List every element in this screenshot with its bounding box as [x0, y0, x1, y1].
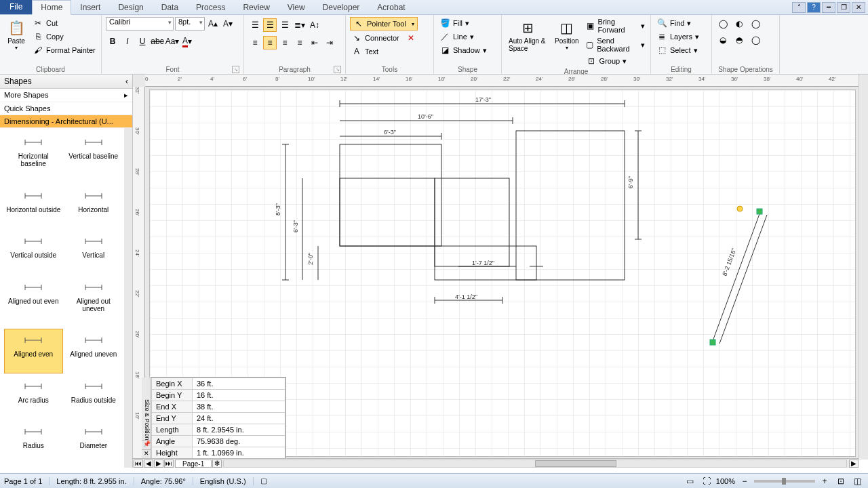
pointer-tool-button[interactable]: ↖Pointer Tool▾ — [350, 17, 418, 30]
stencil-dimensioning-item[interactable]: Dimensioning - Architectural (U... — [0, 115, 132, 128]
connector-tool-button[interactable]: ↘Connector✕ — [350, 32, 418, 44]
bullets-button[interactable]: ≣▾ — [293, 18, 307, 32]
send-backward-button[interactable]: ▢Send Backward ▾ — [585, 36, 646, 54]
fill-button[interactable]: 🪣Fill ▾ — [438, 17, 488, 29]
shrink-font-button[interactable]: A▾ — [221, 17, 235, 30]
sizepos-value[interactable]: 1 ft. 1.0969 in. — [193, 447, 285, 459]
sizepos-value[interactable]: 8 ft. 2.9545 in. — [193, 424, 285, 436]
font-dialog-icon[interactable]: ↘ — [232, 66, 239, 73]
decrease-indent-button[interactable]: ⇤ — [308, 36, 321, 49]
stencil-shape-diameter[interactable]: Diameter — [64, 420, 123, 465]
strikethrough-button[interactable]: abc — [151, 35, 164, 48]
help-icon[interactable]: ? — [807, 2, 821, 13]
subtract-button[interactable]: ◐ — [732, 17, 746, 30]
fragment-button[interactable]: ◒ — [716, 33, 730, 47]
stencil-shape-aligned-out-uneven[interactable]: Aligned out uneven — [64, 276, 123, 328]
close-window-icon[interactable]: ✕ — [852, 2, 865, 13]
find-button[interactable]: 🔍Find ▾ — [655, 17, 701, 29]
delete-connector-icon[interactable]: ✕ — [406, 33, 416, 43]
vertical-scrollbar[interactable] — [859, 75, 868, 460]
sizepos-value[interactable]: 36 ft. — [193, 378, 285, 390]
last-page-button[interactable]: ⏭ — [164, 460, 174, 468]
stencil-shape-aligned-out-even[interactable]: Aligned out even — [4, 276, 63, 328]
tab-data[interactable]: Data — [153, 0, 187, 14]
switch-windows-button[interactable]: ◫ — [850, 474, 864, 488]
align-bottom-button[interactable]: ☰ — [278, 18, 292, 32]
bold-button[interactable]: B — [106, 35, 119, 48]
paste-button[interactable]: 📋Paste▾ — [4, 17, 28, 52]
horizontal-scrollbar[interactable] — [223, 460, 847, 468]
layers-button[interactable]: ≣Layers ▾ — [655, 30, 701, 43]
stencil-shape-horizontal-outside[interactable]: Horizontal outside — [4, 184, 63, 229]
size-position-close-icon[interactable]: ✕ — [142, 449, 151, 459]
minimize-ribbon-icon[interactable]: ˄ — [792, 2, 806, 13]
intersect-button[interactable]: ◯ — [749, 17, 762, 30]
collapse-shapes-icon[interactable]: ‹ — [125, 77, 128, 86]
cut-button[interactable]: ✂Cut — [31, 17, 97, 29]
fit-page-button[interactable]: ⊡ — [834, 474, 848, 488]
font-size-combo[interactable]: 8pt. — [175, 17, 205, 30]
scroll-right-button[interactable]: ▶ — [849, 460, 859, 468]
format-painter-button[interactable]: 🖌Format Painter — [31, 44, 97, 56]
line-button[interactable]: ／Line ▾ — [438, 30, 488, 43]
file-tab[interactable]: File — [0, 0, 32, 14]
sizepos-value[interactable]: 24 ft. — [193, 413, 285, 424]
grow-font-button[interactable]: A▴ — [206, 17, 220, 30]
increase-indent-button[interactable]: ⇥ — [323, 36, 336, 49]
status-language[interactable]: English (U.S.) — [200, 477, 254, 485]
stencil-shape-horizontal[interactable]: Horizontal — [64, 184, 123, 229]
stencil-shape-vertical-outside[interactable]: Vertical outside — [4, 230, 63, 274]
stencil-shape-arc-radius[interactable]: Arc radius — [4, 375, 63, 420]
zoom-in-button[interactable]: + — [818, 474, 831, 488]
text-direction-button[interactable]: A↕ — [308, 18, 321, 32]
tab-view[interactable]: View — [279, 0, 314, 14]
stencil-shape-aligned-uneven[interactable]: Aligned uneven — [64, 329, 123, 373]
stencil-shape-radius[interactable]: Radius — [4, 420, 63, 465]
full-screen-icon[interactable]: ⛶ — [700, 474, 713, 488]
auto-align-button[interactable]: ⊞Auto Align & Space — [506, 17, 549, 54]
presentation-mode-icon[interactable]: ▭ — [684, 474, 697, 488]
first-page-button[interactable]: ⏮ — [134, 460, 143, 468]
restore-window-icon[interactable]: ❐ — [837, 2, 850, 13]
text-tool-button[interactable]: AText — [350, 45, 418, 58]
font-name-combo[interactable]: Calibri — [106, 17, 174, 30]
sizepos-value[interactable]: 38 ft. — [193, 401, 285, 413]
page-tab-1[interactable]: Page-1 — [175, 460, 212, 468]
copy-button[interactable]: ⎘Copy — [31, 30, 97, 43]
stencil-shape-aligned-even[interactable]: Aligned even — [4, 329, 63, 373]
paragraph-dialog-icon[interactable]: ↘ — [334, 66, 341, 73]
stencil-shape-vertical-baseline[interactable]: Vertical baseline — [64, 131, 123, 183]
tab-acrobat[interactable]: Acrobat — [368, 0, 414, 14]
shadow-button[interactable]: ◪Shadow ▾ — [438, 44, 488, 56]
macro-record-icon[interactable]: ▢ — [260, 476, 267, 485]
stencil-shape-vertical[interactable]: Vertical — [64, 230, 123, 274]
zoom-slider[interactable] — [754, 480, 815, 483]
next-page-button[interactable]: ▶ — [154, 460, 163, 468]
align-middle-button[interactable]: ☰ — [263, 18, 277, 32]
prev-page-button[interactable]: ◀ — [144, 460, 153, 468]
size-position-pin-icon[interactable]: 📌 — [142, 440, 151, 449]
union-button[interactable]: ◯ — [716, 17, 730, 30]
tab-home[interactable]: Home — [32, 0, 71, 15]
bring-forward-button[interactable]: ▣Bring Forward ▾ — [585, 17, 646, 35]
size-position-window[interactable]: Size & Position 📌 ✕ Begin X36 ft.Begin Y… — [151, 377, 286, 460]
select-button[interactable]: ⬚Select ▾ — [655, 44, 701, 56]
font-color-button[interactable]: A▾ — [180, 35, 194, 48]
more-shapes-item[interactable]: More Shapes▸ — [0, 89, 132, 102]
stencil-shape-horizontal-baseline[interactable]: Horizontal baseline — [4, 131, 63, 183]
tab-review[interactable]: Review — [234, 0, 278, 14]
position-button[interactable]: ◫Position▾ — [552, 17, 582, 52]
tab-developer[interactable]: Developer — [314, 0, 369, 14]
group-button[interactable]: ⊡Group ▾ — [585, 55, 646, 67]
quick-shapes-item[interactable]: Quick Shapes — [0, 102, 132, 115]
combine-button[interactable]: ◓ — [732, 33, 746, 47]
zoom-out-button[interactable]: − — [738, 474, 751, 488]
align-top-button[interactable]: ☰ — [248, 18, 262, 32]
align-left-button[interactable]: ≡ — [248, 36, 262, 49]
new-page-button[interactable]: ✻ — [212, 460, 222, 468]
tab-design[interactable]: Design — [109, 0, 152, 14]
minimize-window-icon[interactable]: ━ — [822, 2, 835, 13]
align-center-button[interactable]: ≡ — [263, 36, 277, 49]
underline-button[interactable]: U — [136, 35, 149, 48]
change-case-button[interactable]: Aa▾ — [165, 35, 179, 48]
